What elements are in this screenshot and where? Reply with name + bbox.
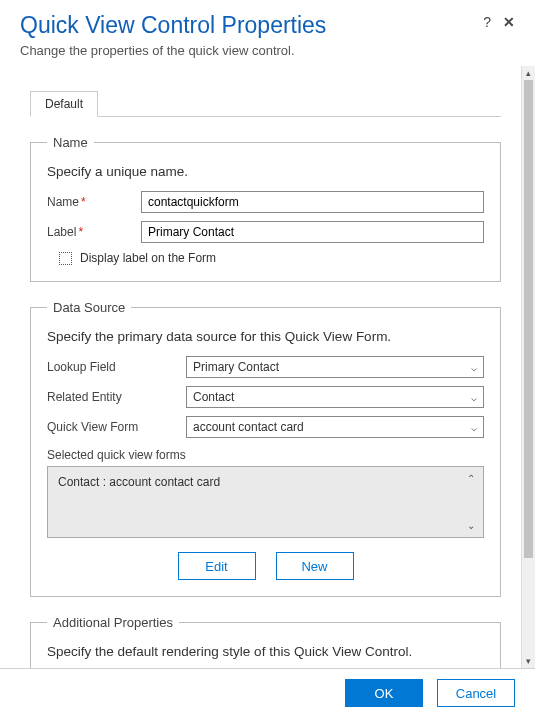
lookup-field-value: Primary Contact — [193, 360, 279, 374]
label-label-text: Label — [47, 225, 76, 239]
dialog-subtitle: Change the properties of the quick view … — [20, 43, 515, 58]
cancel-button[interactable]: Cancel — [437, 679, 515, 707]
scrollbar-thumb[interactable] — [524, 80, 533, 558]
scroll-up-icon[interactable]: ▴ — [522, 66, 535, 80]
row-name: Name* — [47, 191, 484, 213]
lookup-field-select[interactable]: Primary Contact ⌵ — [186, 356, 484, 378]
quick-view-form-value: account contact card — [193, 420, 304, 434]
label-label: Label* — [47, 225, 135, 239]
datasource-buttons: Edit New — [47, 552, 484, 580]
name-instruction: Specify a unique name. — [47, 164, 484, 179]
datasource-legend: Data Source — [47, 300, 131, 315]
required-asterisk: * — [81, 195, 86, 209]
vertical-scrollbar[interactable]: ▴ ▾ — [521, 66, 535, 668]
name-label: Name* — [47, 195, 135, 209]
chevron-down-icon: ⌵ — [471, 422, 477, 433]
additional-fieldset: Additional Properties Specify the defaul… — [30, 615, 501, 668]
chevron-down-icon[interactable]: ⌄ — [467, 520, 475, 531]
edit-button[interactable]: Edit — [178, 552, 256, 580]
datasource-instruction: Specify the primary data source for this… — [47, 329, 484, 344]
chevron-up-icon[interactable]: ⌃ — [467, 473, 475, 484]
tab-default[interactable]: Default — [30, 91, 98, 117]
quick-view-form-label: Quick View Form — [47, 420, 180, 434]
selected-forms-item: Contact : account contact card — [58, 475, 220, 489]
dialog-footer: OK Cancel — [0, 668, 535, 717]
related-entity-label: Related Entity — [47, 390, 180, 404]
scroll-container: Default Name Specify a unique name. Name… — [0, 66, 535, 668]
ok-button[interactable]: OK — [345, 679, 423, 707]
content-area: Default Name Specify a unique name. Name… — [0, 66, 521, 668]
lookup-field-label: Lookup Field — [47, 360, 180, 374]
new-button[interactable]: New — [276, 552, 354, 580]
titlebar-icons: ? ✕ — [483, 14, 515, 30]
name-label-text: Name — [47, 195, 79, 209]
required-asterisk: * — [78, 225, 83, 239]
chevron-down-icon: ⌵ — [471, 362, 477, 373]
related-entity-value: Contact — [193, 390, 234, 404]
close-icon[interactable]: ✕ — [503, 14, 515, 30]
display-label-text: Display label on the Form — [80, 251, 216, 265]
selected-forms-label: Selected quick view forms — [47, 448, 484, 462]
datasource-fieldset: Data Source Specify the primary data sou… — [30, 300, 501, 597]
row-lookup-field: Lookup Field Primary Contact ⌵ — [47, 356, 484, 378]
row-quick-view-form: Quick View Form account contact card ⌵ — [47, 416, 484, 438]
name-input[interactable] — [141, 191, 484, 213]
dialog-title: Quick View Control Properties — [20, 12, 515, 39]
display-label-row: Display label on the Form — [59, 251, 484, 265]
quick-view-form-select[interactable]: account contact card ⌵ — [186, 416, 484, 438]
name-fieldset: Name Specify a unique name. Name* Label*… — [30, 135, 501, 282]
additional-legend: Additional Properties — [47, 615, 179, 630]
chevron-down-icon: ⌵ — [471, 392, 477, 403]
help-icon[interactable]: ? — [483, 14, 491, 30]
scroll-down-icon[interactable]: ▾ — [522, 654, 535, 668]
label-input[interactable] — [141, 221, 484, 243]
row-related-entity: Related Entity Contact ⌵ — [47, 386, 484, 408]
related-entity-select[interactable]: Contact ⌵ — [186, 386, 484, 408]
display-label-checkbox[interactable] — [59, 252, 72, 265]
selected-forms-listbox[interactable]: Contact : account contact card ⌃ ⌄ — [47, 466, 484, 538]
row-label: Label* — [47, 221, 484, 243]
additional-instruction: Specify the default rendering style of t… — [47, 644, 484, 659]
name-legend: Name — [47, 135, 94, 150]
dialog-root: Quick View Control Properties Change the… — [0, 0, 535, 717]
dialog-header: Quick View Control Properties Change the… — [0, 0, 535, 66]
tab-strip: Default — [30, 90, 501, 117]
